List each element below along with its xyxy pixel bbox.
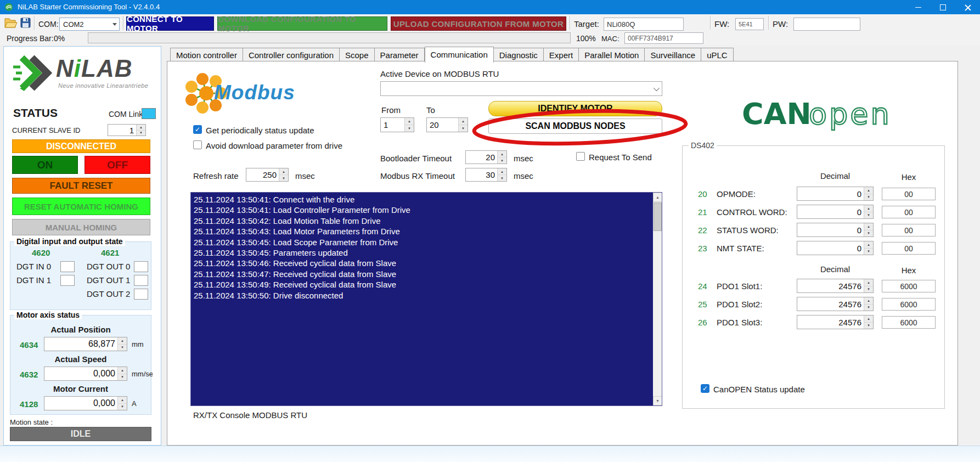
maximize-button[interactable] (931, 0, 955, 14)
spin-up-icon[interactable] (279, 168, 288, 175)
spin-up-icon[interactable] (459, 118, 468, 125)
opmode-hex-field[interactable]: 00 (882, 188, 936, 200)
tab-scope[interactable]: Scope (340, 48, 375, 61)
nmt-state-hex-field[interactable]: 00 (882, 242, 936, 255)
refresh-rate-spinner[interactable]: 250 (246, 168, 289, 182)
opmode-decimal-spinner[interactable]: 0 (797, 187, 874, 201)
manual-homing-button[interactable]: MANUAL HOMING (12, 219, 150, 235)
tab-parallel-motion[interactable]: Parallel Motion (579, 48, 645, 61)
spinner-buttons[interactable] (864, 205, 873, 218)
tab-controller-configuration[interactable]: Controller configuration (243, 48, 340, 61)
com-port-select[interactable]: COM2 (59, 18, 120, 31)
tab-communication[interactable]: Communication (425, 47, 494, 63)
spin-up-icon[interactable] (498, 151, 506, 157)
spinner-buttons[interactable] (864, 223, 873, 236)
tab-surveillance[interactable]: Surveillance (645, 48, 701, 61)
upload-configuration-button[interactable]: UPLOAD CONFIGURATION FROM MOTOR (391, 16, 566, 31)
spin-down-icon[interactable] (864, 286, 873, 293)
spinner-buttons[interactable] (279, 168, 288, 181)
scan-modbus-nodes-button[interactable]: SCAN MODBUS NODES (488, 119, 662, 134)
spinner-buttons[interactable] (864, 241, 873, 255)
spin-up-icon[interactable] (118, 337, 127, 345)
spin-up-icon[interactable] (405, 118, 414, 125)
identify-motor-button[interactable]: IDENTIFY MOTOR (488, 101, 662, 116)
spinner-buttons[interactable] (864, 279, 873, 292)
spin-up-icon[interactable] (118, 397, 127, 404)
spin-up-icon[interactable] (864, 315, 873, 323)
get-status-checkbox[interactable] (193, 125, 202, 134)
active-device-chevron-icon[interactable] (650, 82, 662, 95)
bootloader-timeout-spinner[interactable]: 20 (465, 150, 507, 164)
modbus-console[interactable]: 25.11.2024 13:50:41: Connect with the dr… (190, 192, 662, 406)
spin-down-icon[interactable] (118, 404, 127, 410)
spin-down-icon[interactable] (137, 131, 145, 136)
save-file-icon[interactable] (20, 18, 31, 28)
connect-to-motor-button[interactable]: CONNECT TO MOTOR (126, 16, 214, 31)
nmt-state-decimal-spinner[interactable]: 0 (797, 241, 874, 255)
spinner-buttons[interactable] (404, 118, 414, 132)
control-word-hex-field[interactable]: 00 (882, 206, 936, 218)
tab-expert[interactable]: Expert (544, 48, 579, 61)
motor-current-field[interactable]: 0,000 (44, 396, 127, 410)
mac-input[interactable]: 00FF7374B917 (624, 32, 703, 44)
pdo1-slot2-decimal-spinner[interactable]: 24576 (797, 297, 874, 311)
spin-down-icon[interactable] (405, 125, 414, 132)
spin-down-icon[interactable] (864, 230, 873, 237)
spin-up-icon[interactable] (864, 241, 873, 249)
fw-input[interactable]: 5E41 (735, 18, 764, 30)
spin-down-icon[interactable] (498, 175, 506, 181)
spin-up-icon[interactable] (864, 205, 873, 212)
spin-up-icon[interactable] (137, 125, 145, 131)
com-dropdown-arrow-icon[interactable] (110, 18, 119, 30)
console-scrollbar[interactable] (653, 193, 662, 405)
request-to-send-checkbox[interactable] (576, 152, 585, 161)
spin-down-icon[interactable] (864, 323, 873, 329)
spin-up-icon[interactable] (864, 223, 873, 230)
pdo1-slot3-hex-field[interactable]: 6000 (882, 316, 936, 329)
status-word-hex-field[interactable]: 00 (882, 224, 936, 236)
actual-position-field[interactable]: 68,877 (44, 337, 127, 351)
slave-id-spinner[interactable]: 1 (108, 124, 146, 136)
spinner-buttons[interactable] (458, 118, 468, 132)
rx-timeout-spinner[interactable]: 30 (465, 168, 507, 182)
status-word-decimal-spinner[interactable]: 0 (797, 223, 874, 237)
tab-motion-controller[interactable]: Motion controller (170, 48, 243, 61)
to-spinner[interactable]: 20 (426, 117, 468, 132)
spinner-buttons[interactable] (117, 337, 127, 351)
spin-down-icon[interactable] (118, 374, 127, 381)
close-button[interactable] (955, 0, 980, 14)
spin-down-icon[interactable] (864, 194, 873, 201)
canopen-status-update-checkbox[interactable] (701, 384, 709, 393)
actual-speed-field[interactable]: 0,000 (44, 367, 127, 381)
pdo1-slot2-hex-field[interactable]: 6000 (882, 298, 936, 311)
pdo1-slot1-decimal-spinner[interactable]: 24576 (797, 279, 874, 293)
spin-down-icon[interactable] (498, 157, 506, 164)
control-word-decimal-spinner[interactable]: 0 (797, 205, 874, 219)
spinner-buttons[interactable] (117, 367, 127, 380)
spinner-buttons[interactable] (864, 315, 873, 329)
tab-parameter[interactable]: Parameter (375, 48, 425, 61)
spinner-buttons[interactable] (117, 397, 127, 410)
pdo1-slot3-decimal-spinner[interactable]: 24576 (797, 315, 874, 329)
spin-up-icon[interactable] (864, 297, 873, 305)
avoid-download-checkbox[interactable] (193, 140, 202, 149)
spin-up-icon[interactable] (118, 367, 127, 374)
from-spinner[interactable]: 1 (380, 117, 414, 132)
spin-down-icon[interactable] (864, 212, 873, 219)
pw-input[interactable] (793, 18, 860, 31)
active-device-select[interactable] (380, 81, 662, 96)
spin-up-icon[interactable] (498, 168, 506, 175)
download-configuration-button[interactable]: DOWNLOAD CONFIGURATION TO MOTOR (217, 16, 387, 31)
pdo1-slot1-hex-field[interactable]: 6000 (882, 280, 936, 292)
spin-down-icon[interactable] (118, 345, 127, 351)
scrollbar-thumb[interactable] (654, 202, 662, 231)
scroll-up-icon[interactable] (653, 193, 662, 202)
off-button[interactable]: OFF (85, 156, 150, 174)
spin-up-icon[interactable] (864, 279, 873, 286)
minimize-button[interactable] (906, 0, 931, 14)
scroll-down-icon[interactable] (653, 396, 662, 405)
connection-state-button[interactable]: DISCONNECTED (12, 139, 150, 153)
spinner-buttons[interactable] (864, 187, 873, 200)
spinner-buttons[interactable] (497, 168, 506, 181)
spin-down-icon[interactable] (279, 175, 288, 181)
